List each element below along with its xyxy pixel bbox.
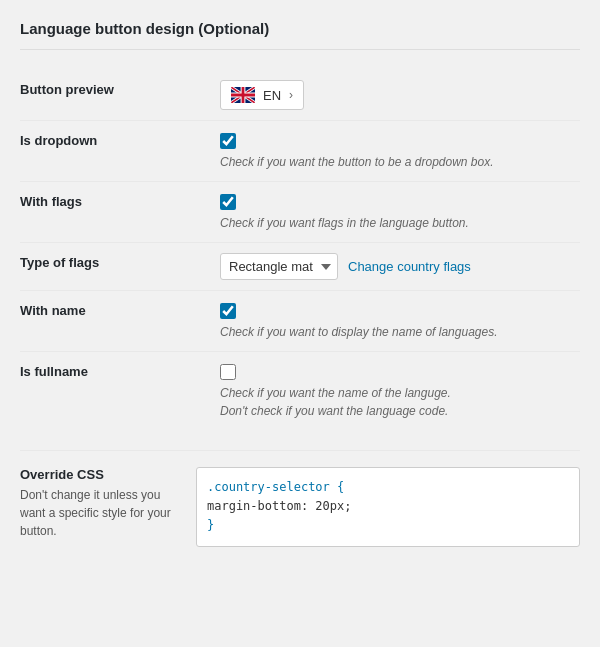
override-css-editor[interactable]: .country-selector { margin-bottom: 20px;… [196,467,580,547]
is-dropdown-row: Is dropdown Check if you want the button… [20,121,580,182]
override-css-label: Override CSS [20,467,180,482]
is-fullname-row: Is fullname Check if you want the name o… [20,352,580,431]
with-flags-label: With flags [20,182,220,243]
override-css-hint: Don't change it unless you want a specif… [20,486,180,540]
type-of-flags-row: Type of flags Rectangle mat Square Circl… [20,243,580,291]
lang-code-text: EN [263,88,281,103]
page-title: Language button design (Optional) [20,20,580,37]
chevron-right-icon: › [289,88,293,102]
with-flags-checkbox[interactable] [220,194,236,210]
uk-flag-icon [231,87,255,103]
override-left: Override CSS Don't change it unless you … [20,467,180,550]
css-closing-line: } [207,518,214,532]
change-country-flags-link[interactable]: Change country flags [348,259,471,274]
is-dropdown-control: Check if you want the button to be a dro… [220,131,580,171]
button-preview-control[interactable]: EN › [220,80,304,110]
css-property-line: margin-bottom: 20px; [207,499,352,513]
type-of-flags-control: Rectangle mat Square Circle Change count… [220,253,580,280]
is-fullname-label: Is fullname [20,352,220,431]
settings-table: Button preview EN [20,70,580,430]
override-layout: Override CSS Don't change it unless you … [20,467,580,550]
css-selector-line: .country-selector { [207,480,344,494]
with-name-label: With name [20,291,220,352]
with-name-control: Check if you want to display the name of… [220,301,580,341]
is-dropdown-hint: Check if you want the button to be a dro… [220,153,494,171]
flags-type-select[interactable]: Rectangle mat Square Circle [220,253,338,280]
is-dropdown-label: Is dropdown [20,121,220,182]
with-flags-hint: Check if you want flags in the language … [220,214,469,232]
is-fullname-control: Check if you want the name of the langug… [220,362,580,420]
title-divider [20,49,580,50]
type-of-flags-label: Type of flags [20,243,220,291]
button-preview-row: Button preview EN [20,70,580,121]
is-fullname-hint: Check if you want the name of the langug… [220,384,451,420]
with-flags-control: Check if you want flags in the language … [220,192,580,232]
with-name-checkbox[interactable] [220,303,236,319]
is-dropdown-checkbox[interactable] [220,133,236,149]
with-name-hint: Check if you want to display the name of… [220,323,498,341]
page-container: Language button design (Optional) Button… [0,0,600,647]
with-name-row: With name Check if you want to display t… [20,291,580,352]
with-flags-row: With flags Check if you want flags in th… [20,182,580,243]
override-css-section: Override CSS Don't change it unless you … [20,450,580,550]
button-preview-label: Button preview [20,70,220,121]
is-fullname-checkbox[interactable] [220,364,236,380]
